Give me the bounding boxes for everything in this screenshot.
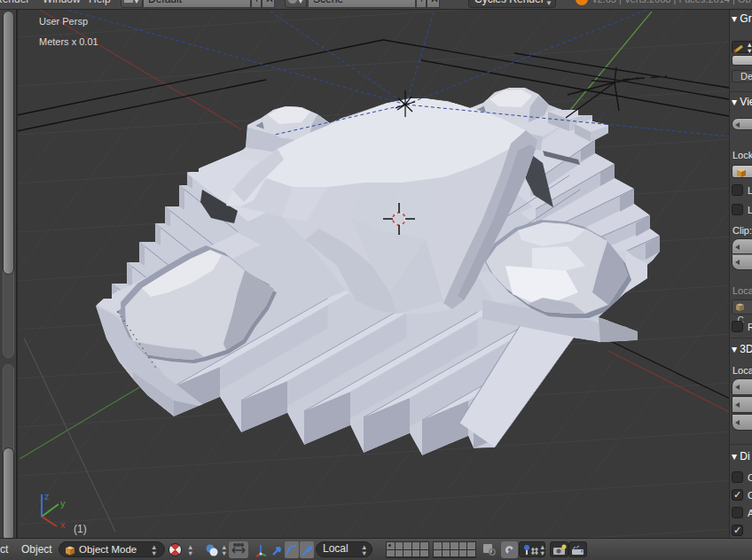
- svg-text:x: x: [60, 519, 66, 530]
- svg-text:y: y: [60, 498, 66, 509]
- svg-text:z: z: [44, 491, 50, 502]
